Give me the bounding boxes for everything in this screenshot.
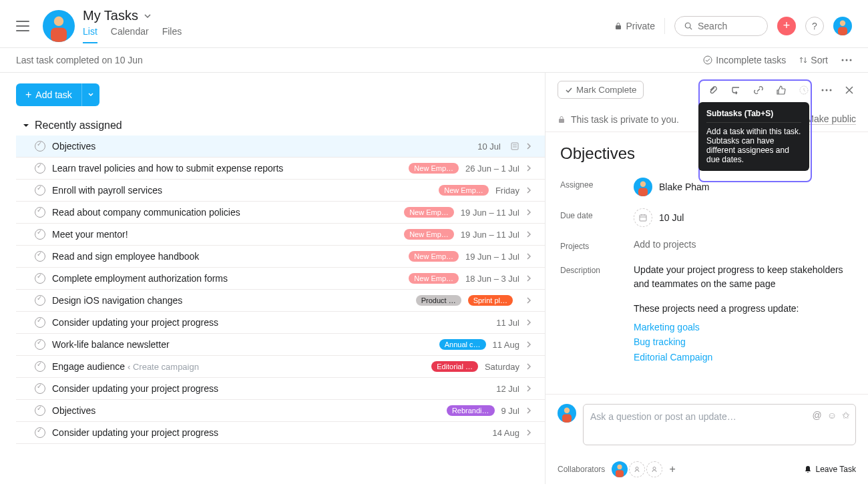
collaborator-avatar[interactable] — [612, 461, 628, 477]
task-row[interactable]: Objectives 10 Jul — [16, 136, 545, 158]
task-row[interactable]: Consider updating your project progress … — [16, 422, 545, 444]
task-row[interactable]: Learn travel policies and how to submit … — [16, 158, 545, 180]
add-task-button[interactable]: +Add task — [16, 83, 81, 106]
project-tag[interactable]: New Emp… — [404, 207, 454, 218]
chevron-right-icon — [526, 274, 531, 282]
task-name: Consider updating your project progress — [52, 317, 489, 328]
task-name: Consider updating your project progress — [52, 383, 489, 394]
projects-value[interactable]: Add to projects — [634, 239, 853, 250]
link-icon[interactable] — [752, 83, 765, 97]
add-collaborator[interactable] — [646, 461, 662, 477]
due-date-value[interactable]: 10 Jul — [634, 208, 853, 227]
task-date: 11 Aug — [493, 340, 520, 350]
project-tag[interactable]: Editorial … — [431, 361, 478, 372]
complete-checkbox[interactable] — [35, 317, 45, 328]
project-link[interactable]: Bug tracking — [634, 334, 853, 349]
chevron-right-icon — [526, 407, 531, 415]
like-icon[interactable] — [775, 83, 788, 97]
harvest-icon[interactable] — [797, 83, 811, 97]
search-box[interactable] — [674, 16, 768, 36]
complete-checkbox[interactable] — [35, 185, 45, 196]
help-button[interactable]: ? — [805, 17, 824, 35]
task-name: Design iOS navigation changes — [52, 295, 409, 306]
project-tag[interactable]: Product … — [416, 295, 461, 306]
search-input[interactable] — [698, 21, 758, 31]
task-row[interactable]: Objectives Rebrandi… 9 Jul — [16, 400, 545, 422]
task-name: Objectives — [52, 405, 440, 416]
make-public-link[interactable]: Make public — [806, 113, 856, 125]
project-tag[interactable]: New Emp… — [439, 185, 489, 196]
complete-checkbox[interactable] — [35, 251, 45, 262]
subtasks-icon[interactable] — [729, 83, 742, 97]
complete-checkbox[interactable] — [35, 339, 45, 350]
leave-task-button[interactable]: Leave Task — [803, 465, 857, 474]
project-tag[interactable]: New Emp… — [404, 229, 454, 240]
mark-complete-button[interactable]: Mark Complete — [558, 81, 644, 99]
complete-checkbox[interactable] — [35, 207, 45, 218]
task-row[interactable]: Consider updating your project progress … — [16, 378, 545, 400]
task-row[interactable]: Read about company communication policie… — [16, 202, 545, 224]
chevron-down-icon[interactable] — [144, 12, 152, 20]
task-row[interactable]: Meet your mentor! New Emp… 19 Jun – 11 J… — [16, 224, 545, 246]
task-row[interactable]: Consider updating your project progress … — [16, 312, 545, 334]
profile-avatar[interactable] — [43, 10, 75, 42]
assignee-value[interactable]: Blake Pham — [634, 178, 853, 196]
user-avatar[interactable] — [833, 17, 852, 35]
task-row[interactable]: Read and sign employee handbook New Emp…… — [16, 246, 545, 268]
complete-checkbox[interactable] — [35, 163, 45, 174]
task-row[interactable]: Complete employment authorization forms … — [16, 268, 545, 290]
complete-checkbox[interactable] — [35, 427, 45, 438]
project-link[interactable]: Editorial Campaign — [634, 350, 853, 364]
menu-icon[interactable] — [16, 21, 29, 31]
attachment-icon[interactable] — [706, 83, 720, 97]
project-tag[interactable]: New Emp… — [409, 163, 459, 174]
project-link[interactable]: Marketing goals — [634, 320, 853, 334]
complete-checkbox[interactable] — [35, 273, 45, 284]
privacy-indicator[interactable]: Private — [614, 21, 655, 31]
close-icon[interactable] — [843, 83, 856, 97]
chevron-right-icon — [526, 318, 531, 326]
complete-checkbox[interactable] — [35, 383, 45, 394]
project-tag[interactable]: Annual c… — [439, 339, 486, 350]
add-collaborator[interactable] — [629, 461, 645, 477]
chevron-right-icon — [526, 296, 531, 304]
star-icon[interactable]: ✩ — [842, 410, 850, 421]
task-name: Enroll with payroll services — [52, 185, 432, 196]
add-task-dropdown[interactable] — [81, 83, 99, 106]
assignee-label: Assignee — [560, 178, 634, 190]
add-button[interactable]: + — [777, 17, 796, 35]
project-tag[interactable]: New Emp… — [409, 251, 459, 262]
sub-bar: Last task completed on 10 Jun Incomplete… — [0, 48, 868, 73]
more-icon[interactable] — [820, 83, 833, 97]
comment-input[interactable]: Ask a question or post an update… @ ☺ ✩ — [583, 404, 856, 445]
description-text[interactable]: Update your project progress to keep sta… — [634, 263, 853, 291]
more-options[interactable] — [841, 59, 852, 61]
complete-checkbox[interactable] — [35, 361, 45, 372]
task-name: Consider updating your project progress — [52, 427, 486, 438]
task-row[interactable]: Design iOS navigation changes Product …S… — [16, 290, 545, 312]
tab-list[interactable]: List — [83, 26, 97, 43]
sort-button[interactable]: Sort — [799, 55, 828, 65]
emoji-icon[interactable]: ☺ — [827, 410, 837, 421]
task-name: Engage audience‹ Create campaign — [52, 361, 425, 372]
project-tag[interactable]: Rebrandi… — [447, 405, 495, 416]
complete-checkbox[interactable] — [35, 229, 45, 240]
task-row[interactable]: Work-life balance newsletter Annual c… 1… — [16, 334, 545, 356]
svg-rect-14 — [559, 119, 564, 123]
task-row[interactable]: Enroll with payroll services New Emp… Fr… — [16, 180, 545, 202]
tab-calendar[interactable]: Calendar — [111, 26, 149, 43]
complete-checkbox[interactable] — [35, 405, 45, 416]
view-tabs: List Calendar Files — [83, 26, 182, 43]
task-date: 12 Jul — [496, 384, 519, 394]
mention-icon[interactable]: @ — [812, 410, 821, 421]
complete-checkbox[interactable] — [35, 141, 45, 152]
tab-files[interactable]: Files — [162, 26, 182, 43]
project-tag[interactable]: Sprint pl… — [468, 295, 513, 306]
section-header[interactable]: Recently assigned — [16, 115, 545, 136]
filter-incomplete[interactable]: Incomplete tasks — [703, 55, 786, 65]
add-collaborator-plus[interactable]: + — [669, 463, 675, 475]
task-row[interactable]: Engage audience‹ Create campaign Editori… — [16, 356, 545, 378]
chevron-right-icon — [526, 142, 531, 150]
complete-checkbox[interactable] — [35, 295, 45, 306]
project-tag[interactable]: New Emp… — [409, 273, 459, 284]
